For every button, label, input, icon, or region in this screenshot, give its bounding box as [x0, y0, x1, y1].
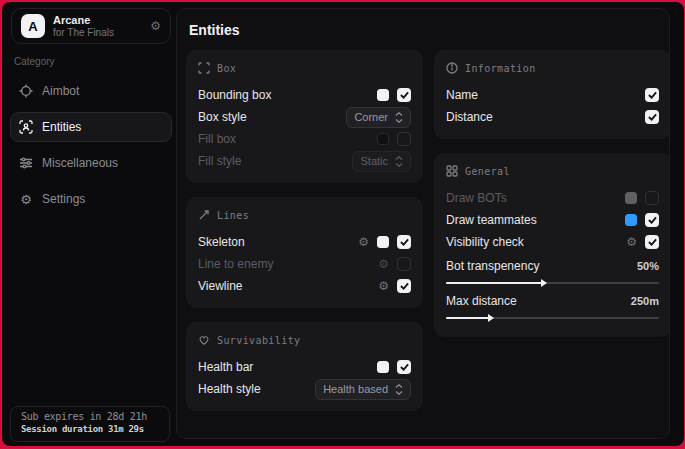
row-fill-style: Fill style Static: [198, 150, 411, 172]
row-health-bar: Health bar: [198, 356, 411, 378]
sidebar-item-label: Miscellaneous: [42, 156, 118, 170]
app-logo: A: [21, 14, 45, 38]
slider-label: Bot transpenency: [446, 259, 539, 273]
skeleton-checkbox[interactable]: [397, 235, 411, 249]
panel-title: General: [465, 166, 510, 177]
panel-title: Lines: [217, 210, 249, 221]
health-style-dropdown[interactable]: Health based: [315, 379, 411, 400]
slider-value: 250m: [631, 295, 659, 307]
sidebar-item-aimbot[interactable]: Aimbot: [10, 76, 172, 106]
panel-title: Survivability: [217, 335, 300, 346]
dropdown-value: Health based: [323, 383, 388, 395]
visibility-check-config-icon[interactable]: ⚙: [626, 236, 637, 248]
fill-box-color-swatch[interactable]: [377, 133, 389, 145]
bot-transparency-slider[interactable]: [446, 282, 659, 284]
visibility-check-checkbox[interactable]: [645, 235, 659, 249]
info-icon: [446, 62, 458, 74]
row-label: Viewline: [198, 279, 242, 293]
box-style-dropdown[interactable]: Corner: [346, 107, 411, 128]
app-window: A Arcane for The Finals ⚙ Category Aimbo…: [2, 2, 684, 446]
panel-lines: Lines Skeleton ⚙ Line to enemy ⚙: [186, 197, 423, 308]
viewline-config-icon[interactable]: ⚙: [378, 280, 389, 292]
dropdown-value: Static: [360, 155, 388, 167]
chevron-up-down-icon: [395, 384, 403, 395]
sliders-icon: [19, 156, 33, 170]
fill-box-checkbox[interactable]: [397, 132, 411, 146]
sidebar-item-label: Entities: [42, 120, 81, 134]
row-skeleton: Skeleton ⚙: [198, 231, 411, 253]
sidebar: A Arcane for The Finals ⚙ Category Aimbo…: [2, 2, 176, 446]
sidebar-nav: Aimbot Entities: [10, 70, 172, 216]
row-bot-transparency: Bot transpenency 50%: [446, 256, 659, 276]
app-name: Arcane: [53, 14, 114, 27]
sidebar-item-entities[interactable]: Entities: [10, 112, 172, 142]
crosshair-icon: [19, 84, 33, 98]
row-label: Draw BOTs: [446, 191, 507, 205]
slider-thumb[interactable]: [488, 314, 494, 322]
row-box-style: Box style Corner: [198, 106, 411, 128]
sidebar-item-label: Settings: [42, 192, 85, 206]
skeleton-color-swatch[interactable]: [377, 236, 389, 248]
bounding-box-color-swatch[interactable]: [377, 89, 389, 101]
row-label: Distance: [446, 110, 493, 124]
gear-icon: ⚙: [19, 192, 33, 206]
row-bounding-box: Bounding box: [198, 84, 411, 106]
name-checkbox[interactable]: [645, 88, 659, 102]
viewline-checkbox[interactable]: [397, 279, 411, 293]
draw-bots-checkbox[interactable]: [645, 191, 659, 205]
bounding-box-checkbox[interactable]: [397, 88, 411, 102]
row-label: Health style: [198, 382, 261, 396]
chevron-up-down-icon: [395, 156, 403, 167]
max-distance-slider[interactable]: [446, 317, 659, 319]
grid-icon: [446, 165, 458, 177]
sub-expiry-text: Sub expires in 28d 21h: [21, 411, 159, 422]
sidebar-item-label: Aimbot: [42, 84, 79, 98]
header-settings-icon[interactable]: ⚙: [150, 19, 161, 33]
window-frame: A Arcane for The Finals ⚙ Category Aimbo…: [0, 0, 685, 449]
slider-label: Max distance: [446, 294, 517, 308]
panel-survivability: Survivability Health bar Health style: [186, 322, 423, 411]
sidebar-item-miscellaneous[interactable]: Miscellaneous: [10, 148, 172, 178]
row-health-style: Health style Health based: [198, 378, 411, 400]
health-bar-checkbox[interactable]: [397, 360, 411, 374]
page-title: Entities: [189, 22, 665, 38]
session-duration-text: Session duration 31m 29s: [21, 424, 159, 434]
chevron-up-down-icon: [395, 112, 403, 123]
row-label: Health bar: [198, 360, 253, 374]
slider-value: 50%: [637, 260, 659, 272]
app-subtitle: for The Finals: [53, 27, 114, 39]
row-fill-box: Fill box: [198, 128, 411, 150]
row-label: Name: [446, 88, 478, 102]
row-line-to-enemy: Line to enemy ⚙: [198, 253, 411, 275]
row-label: Box style: [198, 110, 247, 124]
heart-icon: [198, 334, 210, 346]
category-label: Category: [14, 56, 55, 67]
row-distance: Distance: [446, 106, 659, 128]
sidebar-item-settings[interactable]: ⚙ Settings: [10, 184, 172, 214]
fill-style-dropdown[interactable]: Static: [352, 151, 411, 172]
app-meta: Arcane for The Finals: [53, 14, 114, 38]
row-label: Line to enemy: [198, 257, 273, 271]
row-name: Name: [446, 84, 659, 106]
panel-general: General Draw BOTs Draw teammates: [434, 153, 670, 337]
line-icon: [198, 209, 210, 221]
main-content: Entities Box Bounding box: [176, 8, 670, 439]
distance-checkbox[interactable]: [645, 110, 659, 124]
row-max-distance: Max distance 250m: [446, 291, 659, 311]
row-draw-bots: Draw BOTs: [446, 187, 659, 209]
row-draw-teammates: Draw teammates: [446, 209, 659, 231]
panel-title: Information: [465, 63, 536, 74]
row-label: Fill box: [198, 132, 236, 146]
draw-teammates-color-swatch[interactable]: [625, 214, 637, 226]
row-label: Visibility check: [446, 235, 524, 249]
row-label: Skeleton: [198, 235, 245, 249]
line-to-enemy-checkbox[interactable]: [397, 257, 411, 271]
skeleton-config-icon[interactable]: ⚙: [358, 236, 369, 248]
health-bar-color-swatch[interactable]: [377, 361, 389, 373]
row-viewline: Viewline ⚙: [198, 275, 411, 297]
draw-teammates-checkbox[interactable]: [645, 213, 659, 227]
draw-bots-color-swatch[interactable]: [625, 192, 637, 204]
line-to-enemy-config-icon[interactable]: ⚙: [378, 258, 389, 270]
row-visibility-check: Visibility check ⚙: [446, 231, 659, 253]
slider-thumb[interactable]: [541, 279, 547, 287]
